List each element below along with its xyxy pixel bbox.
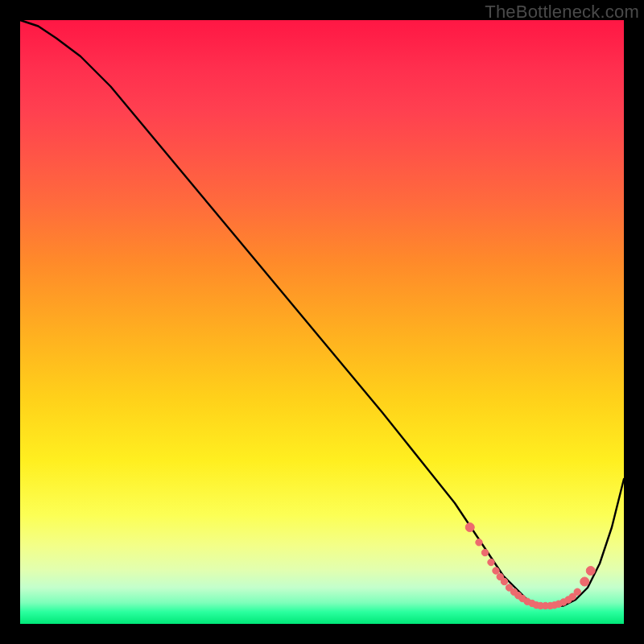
curve-layer xyxy=(20,20,624,624)
sweet-spot-dot xyxy=(493,568,499,574)
sweet-spot-dot xyxy=(586,567,595,576)
sweet-spot-dot xyxy=(574,588,580,595)
sweet-spot-dot xyxy=(476,539,482,546)
bottleneck-curve xyxy=(20,20,624,606)
sweet-spot-dot xyxy=(481,549,488,555)
sweet-spot-dot xyxy=(501,578,507,584)
chart-frame: TheBottleneck.com xyxy=(0,0,644,644)
gradient-plot-area xyxy=(20,20,624,624)
sweet-spot-dot xyxy=(580,577,589,586)
sweet-spot-dots xyxy=(465,523,595,609)
sweet-spot-dot xyxy=(488,559,494,565)
watermark-text: TheBottleneck.com xyxy=(485,2,639,23)
sweet-spot-dot xyxy=(465,523,474,532)
